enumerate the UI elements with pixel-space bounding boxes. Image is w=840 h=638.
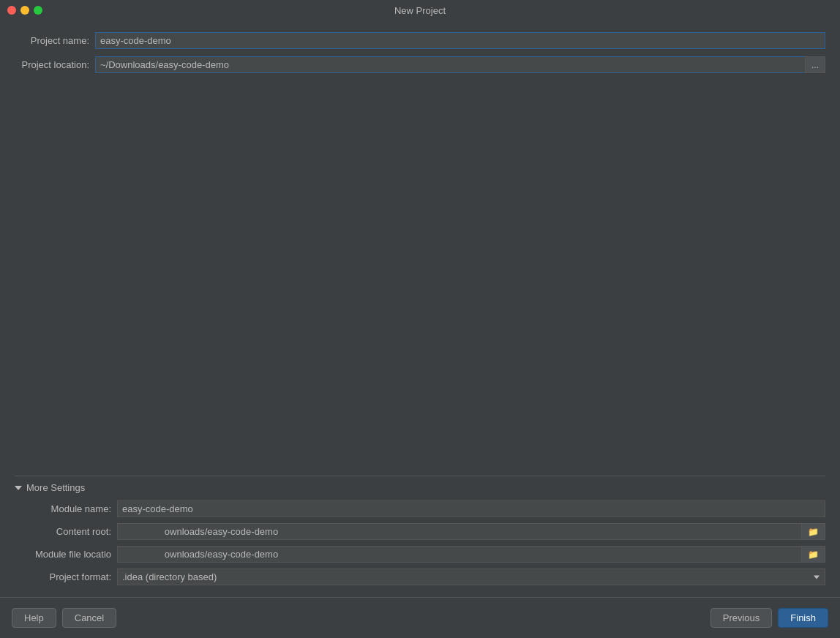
collapse-triangle-icon: [15, 486, 22, 490]
more-settings-header[interactable]: More Settings: [15, 482, 825, 493]
folder-icon: 📁: [808, 527, 819, 537]
module-file-location-input[interactable]: [117, 546, 801, 563]
module-file-location-browse-button[interactable]: 📁: [801, 546, 825, 563]
minimize-button[interactable]: [20, 6, 29, 15]
project-location-field-group: ...: [95, 56, 825, 73]
content-root-label: Content root:: [22, 526, 117, 537]
previous-button[interactable]: Previous: [710, 608, 773, 628]
content-spacer: [15, 80, 825, 476]
project-format-select[interactable]: .idea (directory based) Eclipse (.classp…: [117, 568, 825, 585]
finish-button[interactable]: Finish: [778, 608, 828, 628]
content-root-browse-button[interactable]: 📁: [801, 523, 825, 540]
folder-icon: 📁: [808, 549, 819, 560]
content-root-row: Content root: 📁: [22, 523, 825, 540]
window-title: New Project: [394, 5, 446, 16]
content-root-input[interactable]: [117, 523, 801, 540]
close-button[interactable]: [7, 6, 16, 15]
cancel-button[interactable]: Cancel: [62, 608, 116, 628]
main-content: Project name: Project location: ... More…: [0, 20, 840, 597]
more-settings-section: More Settings Module name: Content root:…: [15, 476, 825, 585]
footer-left-buttons: Help Cancel: [12, 608, 116, 628]
project-name-input[interactable]: [95, 32, 825, 49]
module-name-label: Module name:: [22, 503, 117, 514]
project-name-row: Project name:: [15, 32, 825, 49]
project-format-row: Project format: .idea (directory based) …: [22, 568, 825, 585]
project-location-row: Project location: ...: [15, 56, 825, 73]
new-project-dialog: New Project Project name: Project locati…: [0, 0, 840, 638]
project-format-select-wrapper: .idea (directory based) Eclipse (.classp…: [117, 568, 825, 585]
help-button[interactable]: Help: [12, 608, 56, 628]
content-root-field-group: 📁: [117, 523, 825, 540]
project-location-browse-button[interactable]: ...: [805, 56, 825, 73]
project-name-label: Project name:: [15, 35, 95, 46]
traffic-lights: [7, 6, 42, 15]
more-settings-label: More Settings: [26, 482, 85, 493]
title-bar: New Project: [0, 0, 840, 20]
module-file-location-field-group: 📁: [117, 546, 825, 563]
project-location-input[interactable]: [95, 56, 805, 73]
project-format-label: Project format:: [22, 571, 117, 582]
footer: Help Cancel Previous Finish: [0, 597, 840, 638]
maximize-button[interactable]: [34, 6, 42, 15]
footer-right-buttons: Previous Finish: [710, 608, 828, 628]
module-name-input[interactable]: [117, 500, 825, 517]
module-name-row: Module name:: [22, 500, 825, 517]
project-location-label: Project location:: [15, 59, 95, 70]
module-file-location-label: Module file locatio: [22, 549, 117, 560]
module-file-location-row: Module file locatio 📁: [22, 546, 825, 563]
more-settings-content: Module name: Content root: 📁 Module f: [15, 500, 825, 585]
